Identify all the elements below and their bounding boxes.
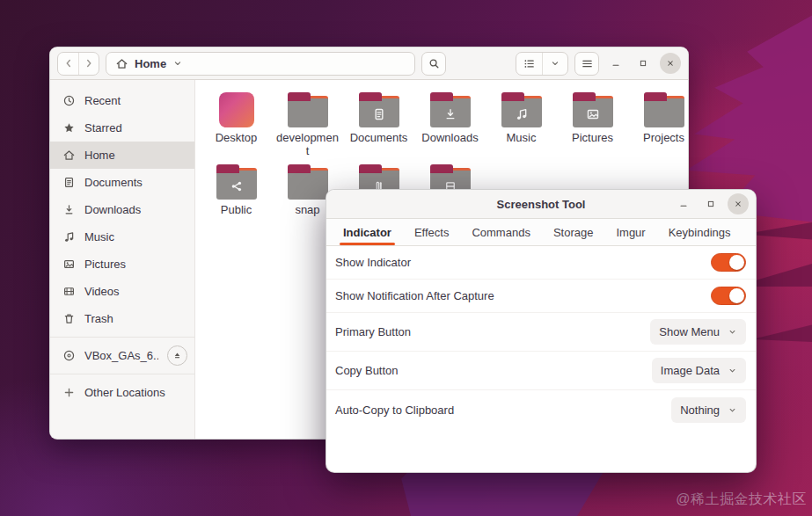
chevron-down-icon[interactable] [172, 58, 183, 69]
menu-button[interactable] [574, 52, 599, 76]
dialog-titlebar[interactable]: Screenshot Tool [326, 190, 756, 219]
desktop-gradient-icon [219, 92, 254, 127]
folder-music[interactable]: Music [486, 87, 557, 157]
disc-icon [62, 349, 76, 362]
sidebar-item-pictures[interactable]: Pictures [50, 251, 194, 278]
folder-icon [573, 92, 613, 127]
folder-projects[interactable]: Projects [628, 87, 689, 157]
home-icon [115, 57, 128, 70]
desktop: @稀土掘金技术社区 Home [0, 0, 812, 516]
list-view-button[interactable] [516, 53, 542, 75]
sidebar-item-downloads[interactable]: Downloads [50, 196, 194, 223]
folder-icon [288, 92, 328, 127]
folder-icon [359, 92, 399, 127]
folder-desktop[interactable]: Desktop [201, 87, 272, 157]
files-headerbar[interactable]: Home [50, 47, 688, 80]
folder-development[interactable]: development [272, 87, 343, 157]
tab-imgur[interactable]: Imgur [604, 219, 656, 245]
folder-icon [288, 164, 328, 200]
setting-label: Show Notification After Capture [335, 289, 494, 302]
sidebar-item-other-locations[interactable]: Other Locations [50, 379, 194, 406]
minimize-icon [678, 199, 689, 209]
folder-icon [430, 92, 471, 127]
sidebar-item-label: Pictures [84, 258, 126, 271]
chevron-down-icon [550, 58, 560, 69]
download-icon [62, 203, 76, 216]
folder-public[interactable]: Public [201, 159, 272, 217]
forward-button[interactable] [78, 53, 99, 75]
dialog-maximize-button[interactable] [700, 193, 721, 214]
sidebar-item-music[interactable]: Music [50, 223, 194, 251]
setting-row-auto-copy: Auto-Copy to Clipboard Nothing [326, 390, 756, 429]
folder-icon [501, 92, 542, 127]
dialog-minimize-button[interactable] [673, 193, 694, 214]
folder-label: Public [221, 204, 252, 217]
sidebar-item-starred[interactable]: Starred [50, 114, 194, 142]
path-bar[interactable]: Home [106, 52, 415, 76]
sidebar-item-documents[interactable]: Documents [50, 169, 194, 196]
setting-row-show-indicator: Show Indicator [326, 246, 756, 280]
maximize-button[interactable] [633, 53, 654, 74]
chevron-left-icon [62, 57, 75, 69]
sidebar-item-label: Starred [84, 121, 122, 134]
folder-pictures[interactable]: Pictures [557, 87, 628, 157]
tab-effects[interactable]: Effects [403, 219, 461, 245]
dialog-close-button[interactable] [728, 193, 749, 214]
show-indicator-toggle[interactable] [711, 253, 746, 272]
folder-icon [216, 164, 257, 200]
setting-row-primary-button: Primary Button Show Menu [326, 313, 756, 352]
current-location: Home [135, 57, 166, 70]
sidebar-item-home[interactable]: Home [50, 142, 194, 169]
sidebar-item-label: Downloads [84, 203, 141, 216]
sidebar-separator [50, 337, 194, 338]
sidebar-item-label: Trash [84, 312, 113, 325]
setting-label: Show Indicator [335, 256, 411, 269]
close-icon [733, 199, 743, 209]
sidebar-item-label: Recent [84, 94, 121, 107]
folder-label: Projects [643, 132, 684, 145]
dropdown-value: Image Data [661, 364, 720, 377]
chevron-down-icon [728, 327, 737, 337]
folder-label: snap [295, 204, 319, 217]
sidebar-item-label: Other Locations [84, 386, 165, 399]
tab-keybindings[interactable]: Keybindings [657, 219, 743, 245]
picture-emblem-icon [585, 107, 600, 122]
sidebar-item-vbox-device[interactable]: VBox_GAs_6.... [50, 342, 194, 369]
minimize-button[interactable] [605, 53, 626, 74]
document-icon [62, 176, 76, 189]
sidebar-item-label: Documents [84, 176, 143, 189]
view-switcher [516, 52, 568, 76]
plus-icon [62, 386, 76, 399]
eject-button[interactable] [167, 345, 187, 366]
chevron-right-icon [83, 57, 95, 69]
close-button[interactable] [660, 53, 681, 74]
dialog-settings-list: Show Indicator Show Notification After C… [326, 246, 756, 472]
list-view-icon [523, 57, 536, 70]
hamburger-icon [581, 57, 594, 70]
folder-documents[interactable]: Documents [343, 87, 414, 157]
film-icon [62, 285, 76, 298]
primary-button-dropdown[interactable]: Show Menu [650, 319, 746, 345]
search-button[interactable] [421, 52, 446, 76]
setting-label: Primary Button [335, 325, 411, 338]
search-icon [428, 57, 441, 70]
back-button[interactable] [58, 53, 78, 75]
auto-copy-dropdown[interactable]: Nothing [671, 397, 746, 423]
sidebar-item-trash[interactable]: Trash [50, 305, 194, 332]
tab-commands[interactable]: Commands [460, 219, 541, 245]
picture-icon [62, 258, 76, 271]
sidebar-item-label: Videos [84, 285, 120, 298]
tab-storage[interactable]: Storage [542, 219, 605, 245]
screenshot-tool-dialog: Screenshot Tool Indicator Effects Comman… [326, 189, 757, 473]
sidebar-item-recent[interactable]: Recent [50, 87, 194, 114]
copy-button-dropdown[interactable]: Image Data [652, 358, 746, 383]
show-notification-toggle[interactable] [711, 287, 746, 305]
dropdown-value: Nothing [680, 403, 720, 417]
music-emblem-icon [514, 107, 529, 122]
chevron-down-icon [728, 405, 737, 415]
folder-label: Music [507, 132, 537, 145]
tab-indicator[interactable]: Indicator [332, 219, 403, 245]
view-options-button[interactable] [542, 53, 567, 75]
folder-downloads[interactable]: Downloads [414, 87, 486, 157]
sidebar-item-videos[interactable]: Videos [50, 278, 194, 305]
